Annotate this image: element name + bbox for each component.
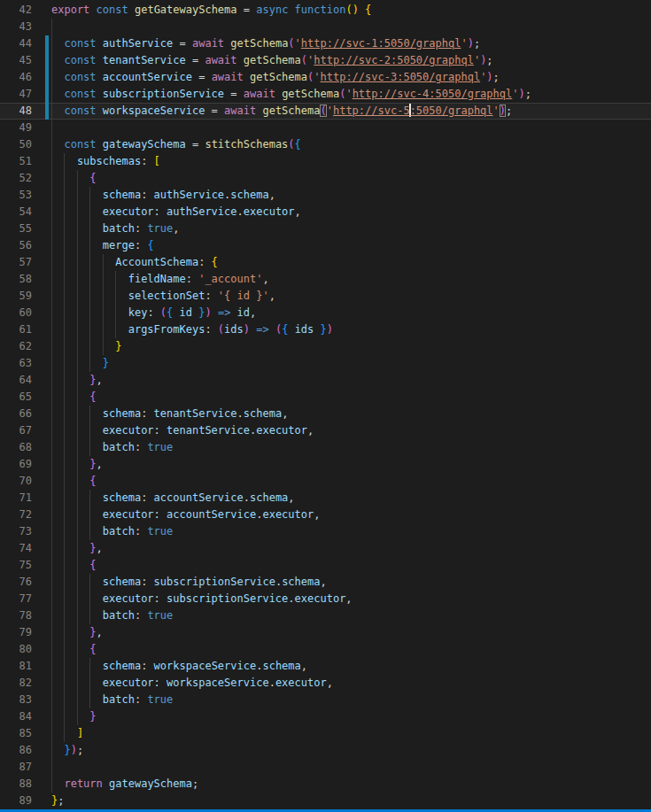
line-number[interactable]: 81 <box>0 658 32 675</box>
code-line-content[interactable]: schema: subscriptionService.schema, <box>51 574 651 591</box>
line-number[interactable]: 83 <box>0 692 32 708</box>
line-number[interactable]: 47 <box>0 86 32 103</box>
line-number[interactable]: 54 <box>0 204 32 220</box>
code-line-content[interactable]: schema: accountService.schema, <box>51 490 651 507</box>
code-line-content[interactable] <box>51 120 651 136</box>
line-number[interactable]: 52 <box>0 170 32 187</box>
code-line[interactable]: 59selectionSet: '{ id }', <box>0 288 651 305</box>
code-line[interactable]: 87 <box>0 759 651 776</box>
line-number[interactable]: 51 <box>0 153 32 170</box>
code-line-content[interactable]: AccountSchema: { <box>51 254 651 271</box>
code-line-content[interactable]: return gatewaySchema; <box>51 776 651 793</box>
code-line-content[interactable]: { <box>51 473 651 490</box>
code-line[interactable]: 65{ <box>0 389 651 406</box>
line-number[interactable]: 59 <box>0 288 32 305</box>
line-number[interactable]: 46 <box>0 69 32 86</box>
code-line[interactable]: 54executor: authService.executor, <box>0 204 651 220</box>
code-line-content[interactable]: fieldName: '_account', <box>51 271 651 288</box>
code-line[interactable]: 44const authService = await getSchema('h… <box>0 35 651 52</box>
code-line[interactable]: 46const accountService = await getSchema… <box>0 69 651 86</box>
line-number[interactable]: 80 <box>0 641 32 658</box>
code-line[interactable]: 83batch: true <box>0 692 651 708</box>
code-line-content[interactable]: executor: accountService.executor, <box>51 507 651 523</box>
line-number[interactable]: 67 <box>0 422 32 439</box>
code-line-content[interactable]: const gatewaySchema = stitchSchemas({ <box>51 136 651 153</box>
line-number[interactable]: 73 <box>0 523 32 540</box>
code-line-content[interactable]: { <box>51 557 651 574</box>
code-line[interactable]: 69}, <box>0 456 651 473</box>
code-line-content[interactable]: schema: tenantService.schema, <box>51 406 651 422</box>
code-line[interactable]: 51subschemas: [ <box>0 153 651 170</box>
code-line[interactable]: 78batch: true <box>0 607 651 624</box>
line-number[interactable]: 58 <box>0 271 32 288</box>
line-number[interactable]: 74 <box>0 540 32 557</box>
line-number[interactable]: 44 <box>0 35 32 52</box>
line-number[interactable]: 45 <box>0 52 32 69</box>
code-line-content[interactable]: const authService = await getSchema('htt… <box>51 35 651 52</box>
line-number[interactable]: 49 <box>0 120 32 136</box>
code-line-content[interactable]: } <box>51 338 651 355</box>
code-line-content[interactable]: }, <box>51 624 651 641</box>
code-line[interactable]: 62} <box>0 338 651 355</box>
code-line-content[interactable]: export const getGatewaySchema = async fu… <box>51 2 651 19</box>
code-line-content[interactable]: executor: workspaceService.executor, <box>51 675 651 692</box>
code-line-content[interactable]: { <box>51 641 651 658</box>
code-line[interactable]: 81schema: workspaceService.schema, <box>0 658 651 675</box>
line-number[interactable]: 82 <box>0 675 32 692</box>
code-line-content[interactable]: executor: tenantService.executor, <box>51 422 651 439</box>
line-number[interactable]: 70 <box>0 473 32 490</box>
code-line[interactable]: 82executor: workspaceService.executor, <box>0 675 651 692</box>
code-line[interactable]: 58fieldName: '_account', <box>0 271 651 288</box>
code-line[interactable]: 63} <box>0 355 651 372</box>
code-line[interactable]: 74}, <box>0 540 651 557</box>
line-number[interactable]: 63 <box>0 355 32 372</box>
line-number[interactable]: 68 <box>0 439 32 456</box>
code-line[interactable]: 49 <box>0 120 651 136</box>
code-line-content[interactable]: batch: true <box>51 523 651 540</box>
line-number[interactable]: 78 <box>0 607 32 624</box>
line-number[interactable]: 60 <box>0 305 32 321</box>
code-line[interactable]: 52{ <box>0 170 651 187</box>
line-number[interactable]: 48 <box>0 103 32 120</box>
code-line[interactable]: 56merge: { <box>0 237 651 254</box>
code-line[interactable]: 72executor: accountService.executor, <box>0 507 651 523</box>
code-line[interactable]: 57AccountSchema: { <box>0 254 651 271</box>
code-line-content[interactable]: }; <box>51 793 651 809</box>
code-line-content[interactable]: }, <box>51 456 651 473</box>
code-line-content[interactable]: } <box>51 355 651 372</box>
code-line[interactable]: 67executor: tenantService.executor, <box>0 422 651 439</box>
line-number[interactable]: 79 <box>0 624 32 641</box>
line-number[interactable]: 89 <box>0 793 32 809</box>
code-line[interactable]: 70{ <box>0 473 651 490</box>
line-number[interactable]: 55 <box>0 220 32 237</box>
line-number[interactable]: 75 <box>0 557 32 574</box>
code-line-content[interactable]: { <box>51 389 651 406</box>
line-number[interactable]: 85 <box>0 725 32 742</box>
code-line[interactable]: 77executor: subscriptionService.executor… <box>0 591 651 607</box>
line-number[interactable]: 86 <box>0 742 32 759</box>
line-number[interactable]: 42 <box>0 2 32 19</box>
code-line-content[interactable] <box>51 759 651 776</box>
code-line[interactable]: 43 <box>0 19 651 35</box>
code-line[interactable]: 80{ <box>0 641 651 658</box>
line-number[interactable]: 64 <box>0 372 32 389</box>
code-line[interactable]: 66schema: tenantService.schema, <box>0 406 651 422</box>
line-number[interactable]: 69 <box>0 456 32 473</box>
code-line-content[interactable]: const subscriptionService = await getSch… <box>51 86 651 103</box>
line-number[interactable]: 84 <box>0 708 32 725</box>
code-line[interactable]: 47const subscriptionService = await getS… <box>0 86 651 103</box>
code-line-content[interactable]: }, <box>51 540 651 557</box>
line-number[interactable]: 56 <box>0 237 32 254</box>
code-line[interactable]: 73batch: true <box>0 523 651 540</box>
code-line-content[interactable]: const accountService = await getSchema('… <box>51 69 651 86</box>
code-line[interactable]: 85] <box>0 725 651 742</box>
line-number[interactable]: 76 <box>0 574 32 591</box>
code-line[interactable]: 48const workspaceService = await getSche… <box>0 103 651 120</box>
code-line-content[interactable]: const workspaceService = await getSchema… <box>51 103 651 120</box>
line-number[interactable]: 65 <box>0 389 32 406</box>
code-line-content[interactable]: }, <box>51 372 651 389</box>
code-line-content[interactable]: schema: workspaceService.schema, <box>51 658 651 675</box>
line-number[interactable]: 87 <box>0 759 32 776</box>
code-line[interactable]: 64}, <box>0 372 651 389</box>
code-line-content[interactable]: executor: subscriptionService.executor, <box>51 591 651 607</box>
